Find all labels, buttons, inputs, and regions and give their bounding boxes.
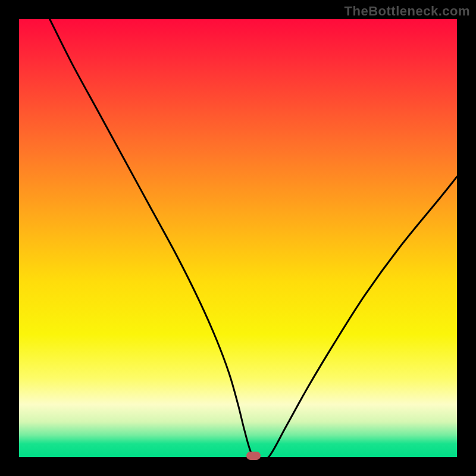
chart-container: TheBottleneck.com	[0, 0, 476, 476]
watermark-text: TheBottleneck.com	[345, 4, 470, 19]
bottleneck-curve	[50, 19, 457, 457]
optimum-marker	[246, 452, 261, 460]
curve-svg	[19, 19, 457, 457]
